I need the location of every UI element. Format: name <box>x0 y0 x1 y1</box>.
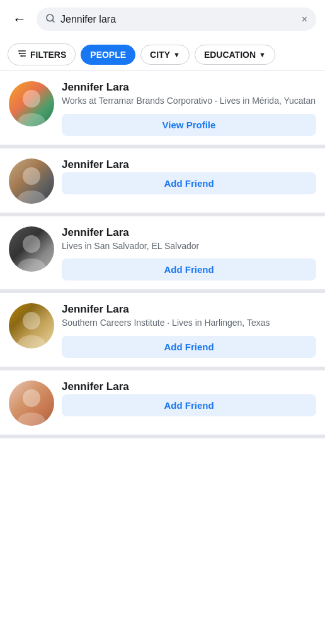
avatar <box>9 81 54 126</box>
result-content: Jennifer Lara Lives in San Salvador, EL … <box>62 226 316 281</box>
add-friend-button[interactable]: Add Friend <box>62 336 316 358</box>
result-content: Jennifer Lara Add Friend <box>62 380 316 416</box>
people-filter-button[interactable]: PEOPLE <box>81 45 135 65</box>
svg-point-11 <box>23 235 40 253</box>
people-label: PEOPLE <box>90 50 126 60</box>
city-label: CITY <box>150 50 170 60</box>
city-chevron-down-icon: ▼ <box>173 51 180 58</box>
result-name: Jennifer Lara <box>62 303 316 316</box>
list-item: Jennifer Lara Add Friend <box>0 148 325 216</box>
list-item: Jennifer Lara Works at Terramar Brands C… <box>0 71 325 148</box>
result-sub: Works at Terramar Brands Corporativo · L… <box>62 95 316 108</box>
svg-point-14 <box>18 335 45 348</box>
svg-point-10 <box>18 191 45 204</box>
avatar <box>9 303 54 348</box>
svg-point-16 <box>18 413 45 426</box>
list-item: Jennifer Lara Southern Careers Institute… <box>0 293 325 370</box>
result-sub: Lives in San Salvador, EL Salvador <box>62 240 316 253</box>
education-chevron-down-icon: ▼ <box>259 51 266 58</box>
svg-point-7 <box>23 90 40 108</box>
search-icon <box>45 13 55 25</box>
add-friend-button[interactable]: Add Friend <box>62 258 316 280</box>
results-list: Jennifer Lara Works at Terramar Brands C… <box>0 71 325 438</box>
back-button[interactable]: ← <box>9 9 30 30</box>
search-bar: × <box>37 8 316 31</box>
filter-bar: FILTERS PEOPLE CITY ▼ EDUCATION ▼ <box>0 38 325 71</box>
clear-icon[interactable]: × <box>302 14 307 25</box>
result-content: Jennifer Lara Southern Careers Institute… <box>62 303 316 358</box>
avatar <box>9 380 54 426</box>
result-sub: Southern Careers Institute · Lives in Ha… <box>62 317 316 330</box>
svg-point-8 <box>18 113 45 126</box>
result-name: Jennifer Lara <box>62 380 316 393</box>
filters-button[interactable]: FILTERS <box>8 43 76 65</box>
avatar <box>9 226 54 272</box>
add-friend-button[interactable]: Add Friend <box>62 172 316 194</box>
education-label: EDUCATION <box>204 50 256 60</box>
add-friend-button[interactable]: Add Friend <box>62 394 316 416</box>
header: ← × <box>0 0 325 38</box>
city-filter-button[interactable]: CITY ▼ <box>140 45 190 65</box>
svg-point-12 <box>18 258 45 272</box>
result-content: Jennifer Lara Works at Terramar Brands C… <box>62 81 316 136</box>
result-name: Jennifer Lara <box>62 81 316 94</box>
svg-point-15 <box>23 389 40 407</box>
svg-line-1 <box>52 20 54 22</box>
view-profile-button[interactable]: View Profile <box>62 114 316 136</box>
list-item: Jennifer Lara Add Friend <box>0 370 325 438</box>
filter-sliders-icon <box>17 48 27 60</box>
svg-point-9 <box>23 167 40 185</box>
education-filter-button[interactable]: EDUCATION ▼ <box>195 45 275 65</box>
result-name: Jennifer Lara <box>62 226 316 239</box>
result-content: Jennifer Lara Add Friend <box>62 158 316 194</box>
search-input[interactable] <box>60 14 297 25</box>
svg-point-5 <box>19 53 21 55</box>
avatar <box>9 158 54 204</box>
svg-point-6 <box>20 55 22 57</box>
result-name: Jennifer Lara <box>62 158 316 171</box>
list-item: Jennifer Lara Lives in San Salvador, EL … <box>0 216 325 294</box>
svg-point-13 <box>23 312 40 330</box>
filters-label: FILTERS <box>30 50 66 60</box>
